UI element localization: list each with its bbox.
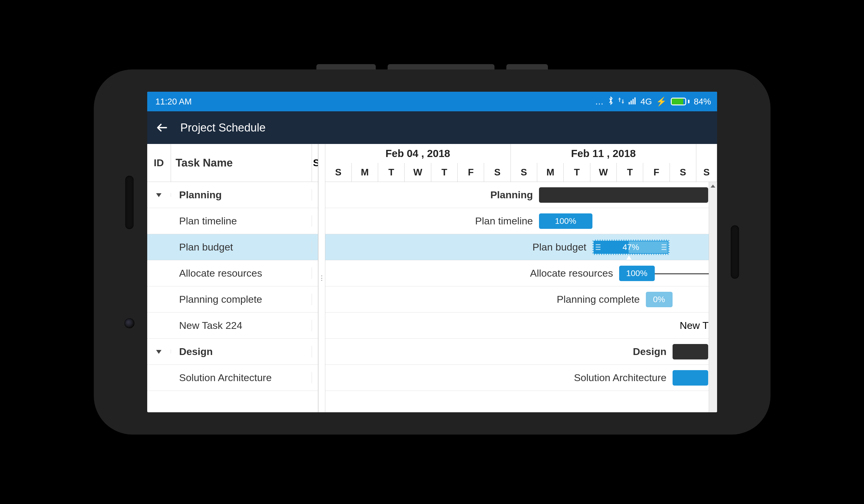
page-title: Project Schedule <box>180 121 266 134</box>
day-header[interactable]: T <box>431 163 458 182</box>
svg-rect-0 <box>629 102 630 104</box>
expand-icon[interactable] <box>156 350 161 354</box>
gantt-progress-label: 47% <box>622 242 639 252</box>
gantt-task-label: Design <box>633 346 666 357</box>
task-row[interactable]: Allocate resources <box>147 260 318 286</box>
task-row[interactable]: Solution Architecture <box>147 365 318 391</box>
task-name-cell: Plan budget <box>171 241 312 253</box>
task-grid[interactable]: ID Task Name S Planning Plan timeline Pl <box>147 144 318 412</box>
screen: 11:20 AM … 4G ⚡ 84% <box>147 92 717 412</box>
col-header-extra[interactable]: S <box>312 144 318 182</box>
gantt-row[interactable]: Planning complete 0% <box>325 286 717 313</box>
status-more-icon: … <box>595 97 604 107</box>
day-header[interactable]: W <box>405 163 431 182</box>
task-name-cell: Planning <box>171 189 312 201</box>
status-battery-pct: 84% <box>694 97 711 107</box>
task-row[interactable]: Design <box>147 339 318 365</box>
task-row[interactable]: New Task 224 <box>147 313 318 339</box>
gantt-task-label: New T <box>680 320 709 331</box>
task-name-cell: Design <box>171 346 312 357</box>
signal-icon <box>629 97 636 107</box>
gantt-task-label: Solution Architecture <box>574 372 667 384</box>
col-header-name[interactable]: Task Name <box>171 144 312 182</box>
day-header[interactable]: S <box>670 163 696 182</box>
col-header-id[interactable]: ID <box>147 144 171 182</box>
day-header[interactable]: T <box>378 163 405 182</box>
task-name-cell: Solution Architecture <box>171 372 312 384</box>
status-time: 11:20 AM <box>156 97 192 107</box>
device-frame: 11:20 AM … 4G ⚡ 84% <box>94 70 770 434</box>
gantt-row[interactable]: Planning <box>325 182 717 208</box>
device-left <box>109 176 150 328</box>
bluetooth-icon <box>608 96 614 107</box>
task-name-cell: Plan timeline <box>171 215 312 227</box>
data-arrows-icon <box>618 96 624 107</box>
task-row[interactable]: Plan budget <box>147 234 318 260</box>
status-bar: 11:20 AM … 4G ⚡ 84% <box>147 92 717 111</box>
day-header[interactable]: T <box>617 163 643 182</box>
device-right <box>714 225 756 279</box>
gantt-summary-bar[interactable] <box>673 344 708 359</box>
gantt-progress-label: 100% <box>555 216 576 226</box>
week-header[interactable]: Feb 11 , 2018 <box>511 144 696 163</box>
charging-icon: ⚡ <box>656 96 667 107</box>
day-header[interactable]: F <box>458 163 484 182</box>
gantt-task-bar[interactable] <box>673 370 708 386</box>
task-name-cell: Allocate resources <box>171 267 312 279</box>
splitter-grip-icon: ⋮ <box>319 274 325 282</box>
svg-rect-1 <box>631 100 632 104</box>
week-header[interactable] <box>696 144 717 163</box>
task-grid-header: ID Task Name S <box>147 144 318 182</box>
svg-rect-2 <box>633 99 634 104</box>
day-header[interactable]: S <box>511 163 537 182</box>
gantt-task-bar-selected[interactable]: 47% <box>592 240 670 255</box>
gantt-task-label: Planning complete <box>557 293 640 305</box>
day-header[interactable]: W <box>590 163 617 182</box>
day-header[interactable]: S <box>484 163 511 182</box>
day-header[interactable]: F <box>643 163 670 182</box>
svg-rect-3 <box>634 97 635 104</box>
gantt-row[interactable]: Allocate resources 100% <box>325 260 717 286</box>
device-camera <box>124 318 134 328</box>
gantt-task-label: Planning <box>490 189 533 201</box>
day-header[interactable]: M <box>352 163 378 182</box>
gantt-task-label: Allocate resources <box>530 267 613 279</box>
task-row[interactable]: Planning complete <box>147 286 318 313</box>
resize-handle-right[interactable] <box>661 242 667 253</box>
task-row[interactable]: Planning <box>147 182 318 208</box>
dependency-link <box>655 273 717 274</box>
gantt-progress-label: 0% <box>653 295 665 304</box>
gantt-task-bar[interactable]: 100% <box>539 213 592 229</box>
back-arrow-icon[interactable] <box>156 121 169 134</box>
task-name-cell: New Task 224 <box>171 320 312 331</box>
battery-icon <box>671 98 689 105</box>
day-header[interactable]: S <box>325 163 352 182</box>
gantt-chart[interactable]: Feb 04 , 2018 Feb 11 , 2018 SMTWTFSSMTWT… <box>325 144 717 412</box>
resize-handle-left[interactable] <box>595 242 601 253</box>
gantt-row[interactable]: Solution Architecture <box>325 365 717 391</box>
device-top-buttons <box>316 64 548 70</box>
week-header[interactable]: Feb 04 , 2018 <box>325 144 511 163</box>
gantt-row[interactable]: Plan timeline 100% <box>325 208 717 234</box>
vertical-scrollbar[interactable] <box>709 182 717 412</box>
task-row[interactable]: Plan timeline <box>147 208 318 234</box>
day-header[interactable]: M <box>537 163 564 182</box>
gantt-progress-label: 100% <box>626 268 648 278</box>
gantt-task-label: Plan timeline <box>475 215 533 227</box>
gantt-row[interactable]: Plan budget 47% <box>325 234 717 260</box>
day-header[interactable]: S <box>696 163 717 182</box>
day-header[interactable]: T <box>564 163 590 182</box>
device-speaker <box>731 225 739 279</box>
gantt-milestone-bar[interactable]: 0% <box>646 292 673 307</box>
gantt-body[interactable]: Planning Plan timeline 100% Plan budget <box>325 182 717 391</box>
gantt-row[interactable]: Design <box>325 339 717 365</box>
expand-icon[interactable] <box>156 193 161 197</box>
pane-splitter[interactable]: ⋮ <box>318 144 325 412</box>
gantt-task-bar[interactable]: 100% <box>619 266 655 281</box>
content: ID Task Name S Planning Plan timeline Pl <box>147 144 717 412</box>
gantt-summary-bar[interactable] <box>539 187 708 203</box>
gantt-row[interactable]: New T <box>325 313 717 339</box>
scroll-up-icon[interactable] <box>709 182 717 190</box>
gantt-task-label: Plan budget <box>532 241 587 253</box>
gantt-header: Feb 04 , 2018 Feb 11 , 2018 SMTWTFSSMTWT… <box>325 144 717 182</box>
